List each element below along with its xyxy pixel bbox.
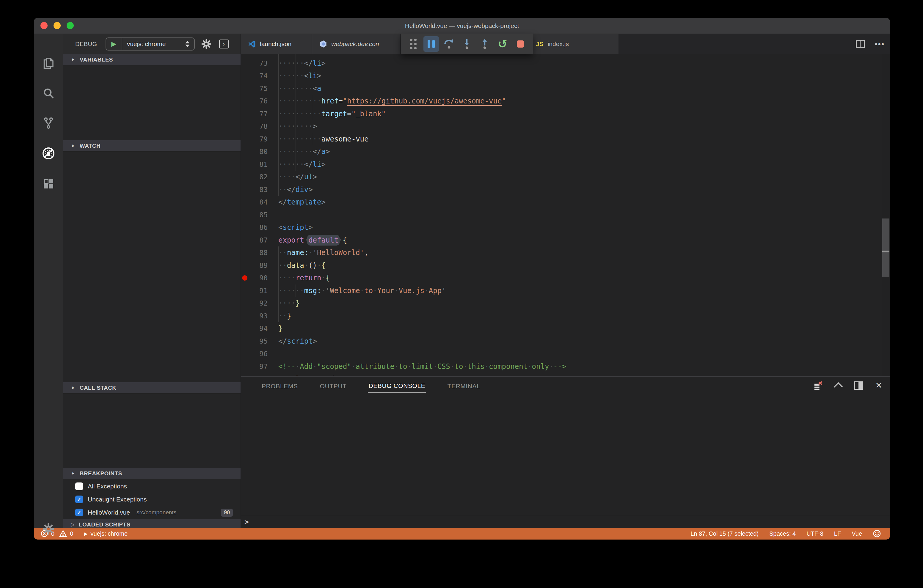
breakpoint-row-uncaught-exceptions[interactable]: ✓ Uncaught Exceptions (63, 493, 241, 506)
settings-gear-icon[interactable] (42, 522, 55, 535)
extensions-icon[interactable] (42, 177, 55, 190)
line-number-gutter[interactable]: 76 (241, 95, 278, 108)
breakpoint-dot[interactable] (242, 275, 247, 281)
call-stack-content[interactable] (63, 394, 241, 468)
variables-content[interactable] (63, 66, 241, 140)
line-number-gutter[interactable]: 77 (241, 108, 278, 120)
code-line: 98<style·scoped> (241, 373, 882, 376)
line-number-gutter[interactable]: 95 (241, 335, 278, 348)
title-bar[interactable]: HelloWorld.vue — vuejs-webpack-project (34, 18, 890, 34)
loaded-scripts-section-header[interactable]: ▷ LOADED SCRIPTS (63, 519, 241, 528)
tab-terminal[interactable]: TERMINAL (447, 379, 481, 393)
watch-section-header[interactable]: ▼ WATCH (63, 140, 241, 152)
breakpoint-row-all-exceptions[interactable]: All Exceptions (63, 480, 241, 493)
line-number-gutter[interactable]: 75 (241, 82, 278, 95)
step-out-button[interactable] (477, 36, 493, 52)
line-number-gutter[interactable]: 93 (241, 310, 278, 322)
tab-debug-console[interactable]: DEBUG CONSOLE (368, 379, 426, 393)
minimize-window-icon[interactable] (54, 22, 61, 29)
maximize-panel-icon[interactable] (833, 382, 843, 391)
variables-section-header[interactable]: ▼ VARIABLES (63, 54, 241, 66)
line-number-gutter[interactable]: 88 (241, 246, 278, 259)
pause-button[interactable] (424, 36, 439, 52)
line-number-gutter[interactable]: 97 (241, 360, 278, 373)
start-debug-button[interactable]: ▶ (106, 38, 122, 50)
line-number-gutter[interactable]: 83 (241, 184, 278, 196)
close-panel-icon[interactable]: ✕ (875, 381, 882, 390)
debug-session-item[interactable]: ▶ vuejs: chrome (84, 531, 128, 537)
source-control-icon[interactable] (42, 117, 55, 130)
configure-gear-icon[interactable] (201, 39, 212, 49)
line-number-gutter[interactable]: 90 (241, 272, 278, 284)
line-number-gutter[interactable]: 94 (241, 322, 278, 335)
line-number-gutter[interactable]: 85 (241, 209, 278, 222)
checkbox[interactable] (75, 483, 83, 490)
line-number-gutter[interactable]: 91 (241, 284, 278, 297)
panel-position-icon[interactable] (854, 381, 863, 390)
tab-index-js[interactable]: JS index.js (529, 34, 619, 54)
debug-console-input[interactable]: > (241, 516, 890, 528)
feedback-smiley-icon[interactable] (873, 529, 881, 538)
tab-problems[interactable]: PROBLEMS (261, 379, 299, 393)
editor-tab-bar: launch.json webpack.dev.con JS index.js (241, 34, 890, 54)
restart-button[interactable]: ↺ (495, 36, 510, 52)
warnings-icon[interactable] (59, 530, 67, 537)
line-number-gutter[interactable]: 89 (241, 259, 278, 272)
line-number-gutter[interactable]: 78 (241, 120, 278, 133)
launch-config-select[interactable]: ▶ vuejs: chrome (105, 38, 195, 51)
line-number-gutter[interactable]: 84 (241, 196, 278, 209)
line-number-gutter[interactable]: 86 (241, 221, 278, 234)
explorer-icon[interactable] (42, 56, 55, 69)
search-icon[interactable] (42, 87, 55, 100)
line-number-gutter[interactable]: 79 (241, 133, 278, 146)
line-number-gutter[interactable]: 80 (241, 145, 278, 158)
step-into-button[interactable] (459, 36, 475, 52)
line-number-gutter[interactable]: 74 (241, 69, 278, 82)
activity-bar (34, 34, 63, 528)
scrollbar-thumb[interactable] (882, 218, 889, 278)
close-window-icon[interactable] (41, 22, 48, 29)
debug-console-output[interactable] (241, 395, 890, 516)
watch-content[interactable] (63, 152, 241, 382)
cursor-position[interactable]: Ln 87, Col 15 (7 selected) (690, 531, 759, 537)
line-number-gutter[interactable]: 98 (241, 373, 278, 376)
tab-output[interactable]: OUTPUT (319, 379, 347, 393)
line-number-gutter[interactable]: 92 (241, 297, 278, 310)
warnings-count[interactable]: 0 (70, 531, 73, 537)
line-number-gutter[interactable]: 96 (241, 348, 278, 360)
collapse-arrow-icon: ▼ (70, 143, 76, 149)
tab-label: launch.json (260, 40, 291, 48)
line-number-gutter[interactable]: 87 (241, 234, 278, 247)
drag-handle-icon[interactable] (406, 36, 421, 52)
code-line: 79··········awesome-vue (241, 133, 882, 146)
step-over-button[interactable] (441, 36, 457, 52)
code-line: 80········</a> (241, 145, 882, 158)
line-number-gutter[interactable]: 82 (241, 171, 278, 184)
encoding[interactable]: UTF-8 (806, 531, 823, 537)
eol[interactable]: LF (834, 531, 841, 537)
breakpoint-row-helloworld[interactable]: ✓ HelloWorld.vue src/components 90 (63, 506, 241, 519)
code-text: ··data·()·{ (278, 259, 882, 272)
zoom-window-icon[interactable] (67, 22, 74, 29)
editor-scrollbar[interactable] (882, 54, 890, 376)
call-stack-section-header[interactable]: ▼ CALL STACK (63, 382, 241, 394)
line-number-gutter[interactable]: 73 (241, 57, 278, 70)
code-editor[interactable]: 72········</a>73······</li>74······<li>7… (241, 54, 890, 376)
line-number-gutter[interactable]: 72 (241, 54, 278, 57)
clear-console-icon[interactable] (814, 381, 823, 390)
checkbox[interactable]: ✓ (75, 509, 83, 516)
breakpoints-section-header[interactable]: ▼ BREAKPOINTS (63, 468, 241, 479)
indentation[interactable]: Spaces: 4 (769, 531, 796, 537)
code-line: 85 (241, 209, 882, 222)
language-mode[interactable]: Vue (852, 531, 862, 537)
code-line: 91······msg:·'Welcome·to·Your·Vue.js·App… (241, 284, 882, 297)
js-icon: JS (536, 40, 544, 48)
tab-launch-json[interactable]: launch.json (241, 34, 312, 54)
stop-button[interactable] (512, 36, 528, 52)
debug-icon[interactable] (42, 147, 55, 160)
line-number-gutter[interactable]: 81 (241, 158, 278, 171)
checkbox[interactable]: ✓ (75, 496, 83, 503)
open-debug-console-icon[interactable]: › (219, 39, 229, 48)
tab-webpack-dev-conf[interactable]: webpack.dev.con (312, 34, 400, 54)
split-editor-icon[interactable] (856, 40, 865, 48)
